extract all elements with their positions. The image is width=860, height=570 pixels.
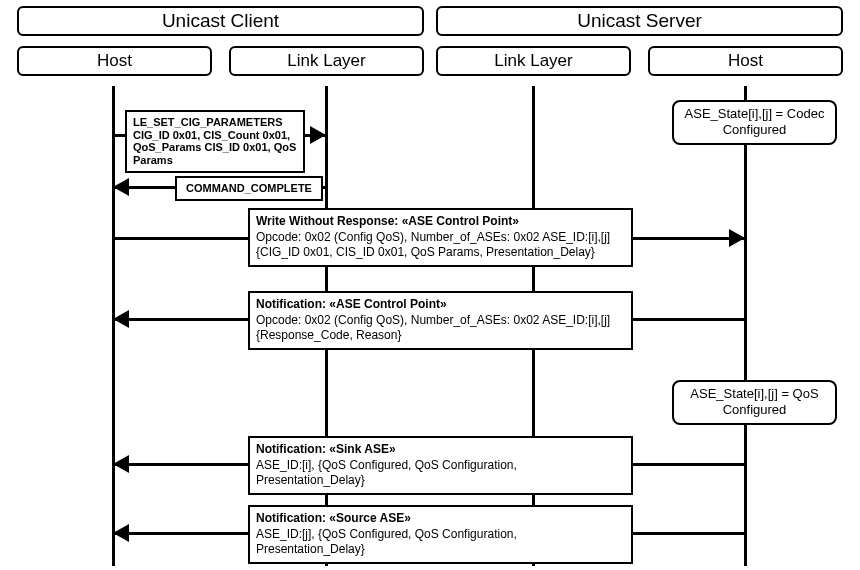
sequence-diagram: Unicast Client Unicast Server Host Link …	[0, 0, 860, 570]
msg-cig-params-text: LE_SET_CIG_PARAMETERS CIG_ID 0x01, CIS_C…	[133, 116, 296, 166]
header-unicast-client: Unicast Client	[17, 6, 424, 36]
msg-notif-sink-body: ASE_ID:[i], {QoS Configured, QoS Configu…	[256, 458, 625, 489]
state-qos-configured-text: ASE_State[i],[j] = QoS Configured	[690, 386, 818, 417]
header-client-host: Host	[17, 46, 212, 76]
header-client-host-label: Host	[97, 51, 132, 71]
header-unicast-server-label: Unicast Server	[577, 10, 702, 32]
header-unicast-server: Unicast Server	[436, 6, 843, 36]
msg-write-body: Opcode: 0x02 (Config QoS), Number_of_ASE…	[256, 230, 625, 261]
header-server-host-label: Host	[728, 51, 763, 71]
msg-write-without-response: Write Without Response: «ASE Control Poi…	[248, 208, 633, 267]
msg-notif-src-body: ASE_ID:[j], {QoS Configured, QoS Configu…	[256, 527, 625, 558]
lifeline-server-host	[744, 86, 747, 566]
msg-notif-sink-title: Notification: «Sink ASE»	[256, 442, 625, 458]
header-client-linklayer: Link Layer	[229, 46, 424, 76]
msg-command-complete: COMMAND_COMPLETE	[175, 176, 323, 201]
header-unicast-client-label: Unicast Client	[162, 10, 279, 32]
msg-write-title: Write Without Response: «ASE Control Poi…	[256, 214, 625, 230]
msg-notif-cp-title: Notification: «ASE Control Point»	[256, 297, 625, 313]
msg-notif-source-ase: Notification: «Source ASE» ASE_ID:[j], {…	[248, 505, 633, 564]
state-codec-configured: ASE_State[i],[j] = Codec Configured	[672, 100, 837, 145]
header-server-linklayer: Link Layer	[436, 46, 631, 76]
msg-notif-control-point: Notification: «ASE Control Point» Opcode…	[248, 291, 633, 350]
msg-command-complete-text: COMMAND_COMPLETE	[186, 182, 312, 194]
state-qos-configured: ASE_State[i],[j] = QoS Configured	[672, 380, 837, 425]
header-server-host: Host	[648, 46, 843, 76]
msg-notif-src-title: Notification: «Source ASE»	[256, 511, 625, 527]
msg-cig-params: LE_SET_CIG_PARAMETERS CIG_ID 0x01, CIS_C…	[125, 110, 305, 173]
header-server-linklayer-label: Link Layer	[494, 51, 572, 71]
msg-notif-cp-body: Opcode: 0x02 (Config QoS), Number_of_ASE…	[256, 313, 625, 344]
msg-notif-sink-ase: Notification: «Sink ASE» ASE_ID:[i], {Qo…	[248, 436, 633, 495]
state-codec-configured-text: ASE_State[i],[j] = Codec Configured	[685, 106, 825, 137]
header-client-linklayer-label: Link Layer	[287, 51, 365, 71]
